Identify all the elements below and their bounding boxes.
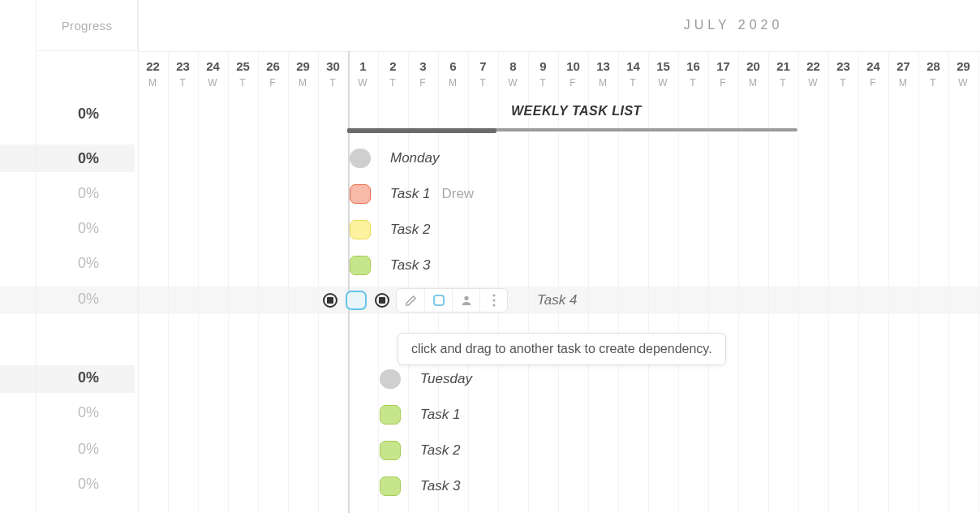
tooltip-text: click and drag to another task to create… [411,342,712,356]
day-column[interactable]: 22W [798,51,828,96]
day-column[interactable]: 3F [408,51,438,96]
day-column[interactable]: 16T [678,51,708,96]
day-abbr: T [318,73,348,88]
project-progress-bar [347,128,496,133]
group-row-tuesday[interactable]: Tuesday [138,365,980,393]
calendar-area[interactable]: JULY 2020 22M23T24W25T26F29M30T1W2T3F6M7… [138,0,980,513]
day-abbr: T [678,73,708,88]
day-column[interactable]: 23T [168,51,198,96]
divider [138,0,139,513]
day-abbr: T [468,73,498,88]
assignee-icon[interactable] [452,289,479,312]
day-number: 24 [198,51,228,73]
day-column[interactable]: 29M [288,51,318,96]
color-icon[interactable] [424,289,452,312]
divider [36,51,37,513]
day-column[interactable]: 1W [348,51,378,96]
svg-point-3 [492,304,495,306]
day-column[interactable]: 29W [948,51,978,96]
group-marker[interactable] [380,369,401,389]
group-marker[interactable] [350,149,371,168]
progress-cell: 0% [78,476,99,493]
day-number: 22 [138,51,168,73]
task-bar-selected[interactable] [346,291,367,310]
progress-cell: 0% [78,185,99,202]
day-column[interactable]: 7T [468,51,498,96]
day-column[interactable]: 28T [918,51,948,96]
day-number: 24 [858,51,888,73]
day-number: 28 [918,51,948,73]
progress-cell: 0% [78,404,99,421]
task-bar[interactable] [380,441,401,460]
task-bar[interactable] [380,405,401,425]
task-row-selected[interactable]: Task 4 [138,287,980,314]
day-column[interactable]: 24W [198,51,228,96]
day-abbr: W [348,73,378,88]
day-column[interactable]: 25T [228,51,258,96]
day-column[interactable]: 6M [438,51,468,96]
day-column[interactable]: 27M [888,51,918,96]
day-number: 15 [648,51,678,73]
day-column[interactable]: 9T [528,51,558,96]
day-abbr: W [648,73,678,88]
day-column[interactable]: 20M [738,51,768,96]
more-icon[interactable] [479,289,507,312]
day-abbr: T [168,73,198,88]
day-abbr: M [738,73,768,88]
day-column[interactable]: 26F [258,51,288,96]
task-bar[interactable] [350,184,371,204]
edit-icon[interactable] [397,289,424,312]
task-label: Task 3 [420,478,460,494]
day-column[interactable]: 13M [588,51,618,96]
task-row[interactable]: Task 2 [138,437,980,464]
dependency-handle-right[interactable] [375,293,389,308]
task-row[interactable]: Task 3 [138,252,980,279]
progress-cell: 0% [78,369,99,386]
gantt-view: Progress 0% 0% 0% 0% 0% 0% 0% 0% 0% 0% J… [0,0,980,513]
task-label: Task 2 [420,442,460,459]
day-number: 25 [228,51,258,73]
task-bar[interactable] [350,220,371,239]
task-row[interactable]: Task 3 [138,472,980,500]
task-toolbar [396,288,508,313]
day-column[interactable]: 15W [648,51,678,96]
day-column[interactable]: 2T [378,51,408,96]
day-abbr: W [498,73,528,88]
day-number: 29 [948,51,978,73]
day-column[interactable]: 23T [828,51,858,96]
day-column[interactable]: 21T [768,51,798,96]
project-title-row: WEEKLY TASK LIST [138,104,980,128]
day-column[interactable]: 22M [138,51,168,96]
day-column[interactable]: 30T [318,51,348,96]
day-number: 30 [318,51,348,73]
progress-header-label: Progress [62,19,112,32]
day-abbr: M [888,73,918,88]
day-abbr: M [588,73,618,88]
task-row[interactable]: Task 1 Drew [138,180,980,208]
day-column[interactable]: 10F [558,51,588,96]
dependency-handle-left[interactable] [323,293,337,308]
day-number: 17 [708,51,738,73]
task-label: Task 3 [390,257,430,274]
day-abbr: M [138,73,168,88]
day-abbr: T [528,73,558,88]
day-number: 29 [288,51,318,73]
day-column[interactable]: 17F [708,51,738,96]
day-abbr: T [618,73,648,88]
task-row[interactable]: Task 1 [138,401,980,429]
task-label: Task 1 [420,407,460,423]
day-column[interactable]: 14T [618,51,648,96]
day-column[interactable]: 8W [498,51,528,96]
task-row[interactable]: Task 2 [138,216,980,244]
day-abbr: F [858,73,888,88]
task-label: Task 1 [390,186,430,202]
day-number: 2 [378,51,408,73]
task-bar[interactable] [350,256,371,275]
day-abbr: W [948,73,978,88]
group-row-monday[interactable]: Monday [138,144,980,172]
task-bar[interactable] [380,476,401,496]
day-column[interactable]: 24F [858,51,888,96]
day-number: 26 [258,51,288,73]
svg-point-0 [464,296,468,300]
progress-header: Progress [36,0,138,51]
